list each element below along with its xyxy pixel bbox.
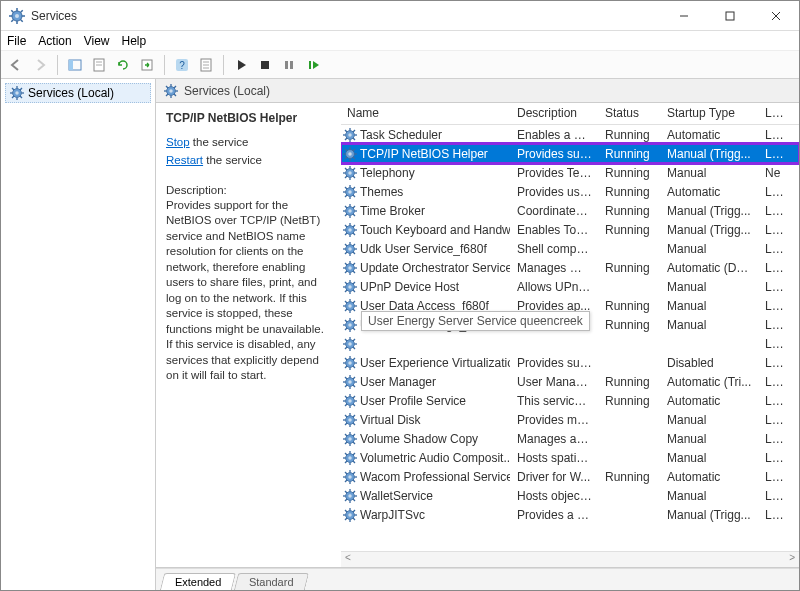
service-logon-cell: Loc	[759, 182, 789, 202]
service-desc-cell: Enables a us...	[511, 125, 599, 145]
table-row[interactable]: UPnP Device HostAllows UPnP ...ManualLoc	[341, 277, 799, 296]
close-button[interactable]	[753, 1, 799, 31]
menu-file[interactable]: File	[7, 34, 26, 48]
service-rows[interactable]: Task SchedulerEnables a us...RunningAuto…	[341, 125, 799, 551]
col-header-logon[interactable]: Log	[759, 103, 789, 124]
service-startup-cell: Automatic	[661, 125, 759, 145]
start-button[interactable]	[230, 54, 252, 76]
refresh-button[interactable]	[112, 54, 134, 76]
service-status-cell	[599, 455, 661, 461]
svg-rect-29	[309, 61, 311, 69]
service-logon-cell: Loc	[759, 277, 789, 297]
stop-button[interactable]	[254, 54, 276, 76]
export-button[interactable]	[136, 54, 158, 76]
service-startup-cell: Automatic	[661, 182, 759, 202]
table-row[interactable]: Update Orchestrator ServiceManages Wi...…	[341, 258, 799, 277]
service-logon-cell: Loc	[759, 391, 789, 411]
properties-button[interactable]	[88, 54, 110, 76]
horizontal-scrollbar[interactable]: <>	[341, 551, 799, 567]
service-logon-cell: Loc	[759, 429, 789, 449]
maximize-button[interactable]	[707, 1, 753, 31]
service-logon-cell: Loc	[759, 334, 789, 354]
table-row[interactable]: Loc	[341, 334, 799, 353]
stop-suffix: the service	[190, 136, 249, 148]
service-status-cell: Running	[599, 182, 661, 202]
service-status-cell: Running	[599, 467, 661, 487]
service-logon-cell: Loc	[759, 315, 789, 335]
col-header-status[interactable]: Status	[599, 103, 661, 124]
tree-item-services-local[interactable]: Services (Local)	[5, 83, 151, 103]
service-status-cell	[599, 436, 661, 442]
col-header-name[interactable]: Name	[341, 103, 511, 124]
table-row[interactable]: Task SchedulerEnables a us...RunningAuto…	[341, 125, 799, 144]
forward-button[interactable]	[29, 54, 51, 76]
service-startup-cell: Manual	[661, 296, 759, 316]
service-logon-cell: Loc	[759, 220, 789, 240]
service-status-cell	[599, 284, 661, 290]
table-row[interactable]: WalletServiceHosts object...ManualLoc	[341, 486, 799, 505]
service-startup-cell: Manual (Trigg...	[661, 220, 759, 240]
service-desc-cell	[511, 341, 599, 347]
menu-help[interactable]: Help	[122, 34, 147, 48]
restart-link[interactable]: Restart	[166, 154, 203, 166]
table-row[interactable]: TelephonyProvides Tel...RunningManualNe	[341, 163, 799, 182]
show-hide-tree-button[interactable]	[64, 54, 86, 76]
gear-icon	[343, 413, 357, 427]
service-status-cell: Running	[599, 372, 661, 392]
table-row[interactable]: Touch Keyboard and Handw...Enables Tou..…	[341, 220, 799, 239]
tab-extended[interactable]: Extended	[160, 573, 237, 590]
svg-text:?: ?	[179, 60, 185, 71]
tab-standard[interactable]: Standard	[234, 573, 309, 590]
service-status-cell: Running	[599, 144, 661, 164]
help-button[interactable]: ?	[171, 54, 193, 76]
table-row[interactable]: TCP/IP NetBIOS HelperProvides sup...Runn…	[341, 144, 799, 163]
table-row[interactable]: WarpJITSvcProvides a JI...Manual (Trigg.…	[341, 505, 799, 524]
tooltip: User Energy Server Service queencreek	[361, 311, 590, 331]
service-status-cell: Running	[599, 315, 661, 335]
stop-link[interactable]: Stop	[166, 136, 190, 148]
svg-rect-15	[69, 60, 73, 70]
table-row[interactable]: Time BrokerCoordinates ...RunningManual …	[341, 201, 799, 220]
service-name-cell: TCP/IP NetBIOS Helper	[360, 147, 488, 161]
service-startup-cell: Manual (Trigg...	[661, 201, 759, 221]
service-name-cell: Update Orchestrator Service	[360, 261, 511, 275]
service-status-cell: Running	[599, 125, 661, 145]
service-status-cell	[599, 512, 661, 518]
gear-icon	[343, 204, 357, 218]
separator-icon	[223, 55, 224, 75]
description-text: Provides support for the NetBIOS over TC…	[166, 198, 331, 384]
table-row[interactable]: Volumetric Audio Composit...Hosts spatia…	[341, 448, 799, 467]
properties2-button[interactable]	[195, 54, 217, 76]
col-header-description[interactable]: Description	[511, 103, 599, 124]
service-desc-cell: Manages an...	[511, 429, 599, 449]
service-startup-cell: Manual	[661, 410, 759, 430]
svg-rect-27	[285, 61, 288, 69]
separator-icon	[164, 55, 165, 75]
service-name-cell: Virtual Disk	[360, 413, 420, 427]
menu-action[interactable]: Action	[38, 34, 71, 48]
service-logon-cell: Loc	[759, 505, 789, 525]
service-desc-cell: Hosts object...	[511, 486, 599, 506]
restart-button[interactable]	[302, 54, 324, 76]
back-button[interactable]	[5, 54, 27, 76]
gear-icon	[343, 299, 357, 313]
service-name-cell: User Experience Virtualizatio...	[360, 356, 511, 370]
table-row[interactable]: Volume Shadow CopyManages an...ManualLoc	[341, 429, 799, 448]
service-desc-cell: Hosts spatial...	[511, 448, 599, 468]
service-name-cell: Telephony	[360, 166, 415, 180]
gear-icon	[343, 128, 357, 142]
service-status-cell: Running	[599, 296, 661, 316]
menu-view[interactable]: View	[84, 34, 110, 48]
table-row[interactable]: User Experience Virtualizatio...Provides…	[341, 353, 799, 372]
table-row[interactable]: Udk User Service_f680fShell compo...Manu…	[341, 239, 799, 258]
col-header-startup[interactable]: Startup Type	[661, 103, 759, 124]
table-row[interactable]: User ManagerUser Manag...RunningAutomati…	[341, 372, 799, 391]
table-row[interactable]: Wacom Professional ServiceDriver for W..…	[341, 467, 799, 486]
service-name-cell: WalletService	[360, 489, 433, 503]
table-row[interactable]: User Profile ServiceThis service i...Run…	[341, 391, 799, 410]
minimize-button[interactable]	[661, 1, 707, 31]
table-row[interactable]: ThemesProvides use...RunningAutomaticLoc	[341, 182, 799, 201]
pause-button[interactable]	[278, 54, 300, 76]
table-row[interactable]: Virtual DiskProvides ma...ManualLoc	[341, 410, 799, 429]
gear-icon	[343, 280, 357, 294]
